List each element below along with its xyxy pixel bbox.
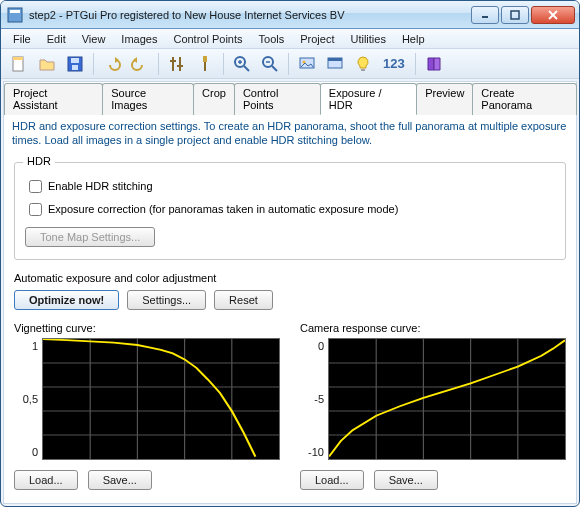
tab-preview[interactable]: Preview <box>416 83 473 115</box>
vignetting-yticks: 1 0,5 0 <box>14 338 38 460</box>
auto-adjust-title: Automatic exposure and color adjustment <box>14 272 566 284</box>
svg-rect-27 <box>328 58 342 61</box>
hdr-groupbox: HDR Enable HDR stitching Exposure correc… <box>14 162 566 260</box>
zoom-in-button[interactable] <box>230 52 254 76</box>
app-icon <box>7 7 23 23</box>
menu-edit[interactable]: Edit <box>39 31 74 47</box>
preview-button[interactable] <box>295 52 319 76</box>
vignetting-curve <box>43 339 255 457</box>
tick-label: -5 <box>314 393 324 405</box>
svg-rect-1 <box>10 10 20 13</box>
window-title: step2 - PTGui Pro registered to New Hous… <box>29 9 471 21</box>
svg-rect-3 <box>511 11 519 19</box>
menu-control-points[interactable]: Control Points <box>165 31 250 47</box>
book-icon <box>425 55 443 73</box>
enable-hdr-checkbox[interactable] <box>29 180 42 193</box>
zoom-out-icon <box>261 55 279 73</box>
tab-project-assistant[interactable]: Project Assistant <box>4 83 103 115</box>
panel-body: HDR Enable HDR stitching Exposure correc… <box>4 152 576 503</box>
help-button[interactable] <box>422 52 446 76</box>
svg-line-18 <box>244 66 249 71</box>
titlebar[interactable]: step2 - PTGui Pro registered to New Hous… <box>1 1 579 29</box>
svg-line-22 <box>272 66 277 71</box>
tick-label: 0 <box>318 340 324 352</box>
open-button[interactable] <box>35 52 59 76</box>
exposure-correction-checkbox[interactable] <box>29 203 42 216</box>
folder-open-icon <box>38 55 56 73</box>
toolbar-separator <box>223 53 224 75</box>
toolbar-separator <box>288 53 289 75</box>
menu-help[interactable]: Help <box>394 31 433 47</box>
maximize-icon <box>510 10 520 20</box>
camera-response-title: Camera response curve: <box>300 322 566 334</box>
tick-label: 0,5 <box>23 393 38 405</box>
tab-source-images[interactable]: Source Images <box>102 83 194 115</box>
floppy-icon <box>66 55 84 73</box>
svg-rect-15 <box>203 56 207 62</box>
maximize-button[interactable] <box>501 6 529 24</box>
toolbar-separator <box>93 53 94 75</box>
toolbar-separator <box>415 53 416 75</box>
optimizer-button[interactable] <box>193 52 217 76</box>
tabstrip: Project Assistant Source Images Crop Con… <box>4 82 576 115</box>
minimize-icon <box>480 10 490 20</box>
camera-response-load-button[interactable]: Load... <box>300 470 364 490</box>
info-text: HDR and exposure correction settings. To… <box>4 115 576 152</box>
reset-button[interactable]: Reset <box>214 290 273 310</box>
control-points-icon <box>168 55 186 73</box>
enable-hdr-label: Enable HDR stitching <box>48 180 153 192</box>
ruler-number-display[interactable]: 123 <box>379 56 409 71</box>
panorama-icon <box>326 55 344 73</box>
save-button[interactable] <box>63 52 87 76</box>
optimize-now-button[interactable]: Optimize now! <box>14 290 119 310</box>
panorama-editor-button[interactable] <box>323 52 347 76</box>
camera-response-yticks: 0 -5 -10 <box>300 338 324 460</box>
camera-response-save-button[interactable]: Save... <box>374 470 438 490</box>
new-project-button[interactable] <box>7 52 31 76</box>
hammer-icon <box>196 55 214 73</box>
control-points-button[interactable] <box>165 52 189 76</box>
vignetting-load-button[interactable]: Load... <box>14 470 78 490</box>
vignetting-chart <box>42 338 280 460</box>
content-panel: Project Assistant Source Images Crop Con… <box>3 81 577 504</box>
undo-button[interactable] <box>100 52 124 76</box>
undo-icon <box>103 55 121 73</box>
hints-button[interactable] <box>351 52 375 76</box>
menu-tools[interactable]: Tools <box>251 31 293 47</box>
menu-view[interactable]: View <box>74 31 114 47</box>
zoom-out-button[interactable] <box>258 52 282 76</box>
menu-utilities[interactable]: Utilities <box>342 31 393 47</box>
exposure-correction-label: Exposure correction (for panoramas taken… <box>48 203 398 215</box>
svg-rect-7 <box>13 57 23 60</box>
tick-label: 1 <box>32 340 38 352</box>
zoom-in-icon <box>233 55 251 73</box>
vignetting-column: Vignetting curve: 1 0,5 0 <box>14 322 280 490</box>
document-icon <box>10 55 28 73</box>
vignetting-save-button[interactable]: Save... <box>88 470 152 490</box>
menu-images[interactable]: Images <box>113 31 165 47</box>
camera-response-curve <box>329 340 565 456</box>
tab-control-points[interactable]: Control Points <box>234 83 321 115</box>
tick-label: -10 <box>308 446 324 458</box>
charts-row: Vignetting curve: 1 0,5 0 <box>14 322 566 490</box>
lightbulb-icon <box>354 55 372 73</box>
svg-rect-16 <box>204 62 206 71</box>
tab-exposure-hdr[interactable]: Exposure / HDR <box>320 83 417 115</box>
toolbar: 123 <box>1 49 579 79</box>
close-button[interactable] <box>531 6 575 24</box>
menu-file[interactable]: File <box>5 31 39 47</box>
settings-button[interactable]: Settings... <box>127 290 206 310</box>
toolbar-separator <box>158 53 159 75</box>
camera-response-column: Camera response curve: 0 -5 -10 <box>300 322 566 490</box>
vignetting-title: Vignetting curve: <box>14 322 280 334</box>
camera-response-chart <box>328 338 566 460</box>
minimize-button[interactable] <box>471 6 499 24</box>
app-window: step2 - PTGui Pro registered to New Hous… <box>0 0 580 507</box>
hdr-legend: HDR <box>23 155 55 167</box>
tab-create-panorama[interactable]: Create Panorama <box>472 83 577 115</box>
menu-project[interactable]: Project <box>292 31 342 47</box>
svg-rect-9 <box>71 58 79 63</box>
preview-icon <box>298 55 316 73</box>
tab-crop[interactable]: Crop <box>193 83 235 115</box>
redo-button[interactable] <box>128 52 152 76</box>
